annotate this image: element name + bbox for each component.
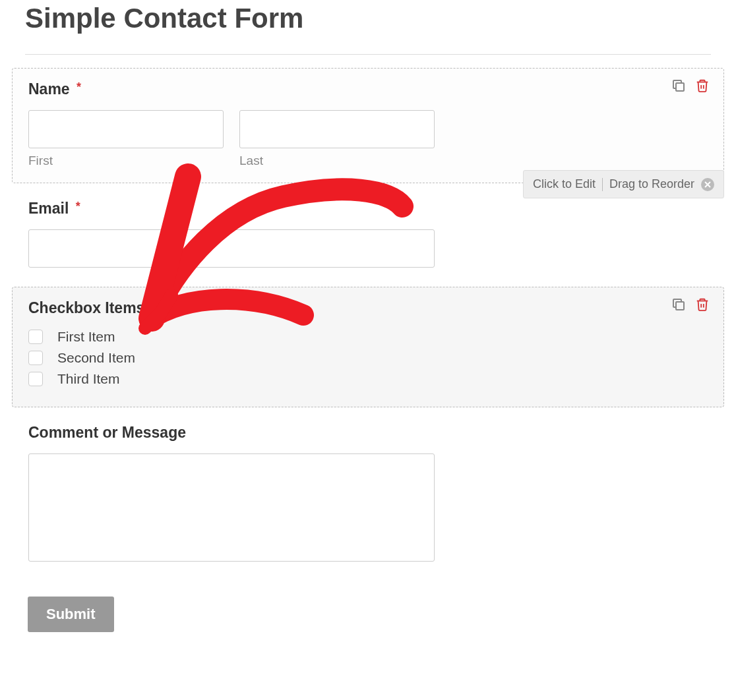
tooltip-edit-text: Click to Edit — [533, 177, 596, 191]
email-input[interactable] — [28, 229, 435, 268]
required-asterisk: * — [77, 80, 81, 94]
tooltip-drag-text: Drag to Reorder — [609, 177, 694, 191]
duplicate-icon[interactable] — [671, 78, 687, 94]
last-name-input[interactable] — [239, 110, 435, 148]
email-label-text: Email — [28, 200, 69, 217]
name-label: Name * — [28, 80, 708, 98]
email-field-block[interactable]: Email * — [12, 187, 724, 283]
header-divider — [25, 54, 711, 55]
email-label: Email * — [28, 200, 708, 218]
checkbox-field-block[interactable]: Checkbox Items First Item Second Item Th… — [12, 287, 724, 407]
comment-textarea[interactable] — [28, 453, 435, 562]
checkbox-item[interactable]: First Item — [28, 329, 708, 345]
checkbox-item-label: Second Item — [57, 350, 135, 366]
trash-icon[interactable] — [694, 78, 710, 94]
tooltip-separator — [602, 178, 603, 191]
checkbox-item[interactable]: Second Item — [28, 350, 708, 366]
checkbox-item[interactable]: Third Item — [28, 371, 708, 387]
close-icon[interactable] — [701, 178, 714, 191]
name-field-block[interactable]: Name * First Last — [12, 68, 724, 183]
checkbox-box-icon[interactable] — [28, 372, 43, 386]
checkbox-box-icon[interactable] — [28, 330, 43, 344]
first-name-input[interactable] — [28, 110, 224, 148]
checkbox-label: Checkbox Items — [28, 299, 708, 317]
comment-field-block[interactable]: Comment or Message — [12, 411, 724, 579]
field-tooltip: Click to Edit Drag to Reorder — [523, 170, 724, 198]
submit-button[interactable]: Submit — [28, 597, 114, 632]
name-label-text: Name — [28, 80, 70, 98]
trash-icon[interactable] — [694, 297, 710, 312]
first-name-sublabel: First — [28, 154, 224, 168]
duplicate-icon[interactable] — [671, 297, 687, 312]
svg-rect-0 — [676, 83, 684, 91]
checkbox-box-icon[interactable] — [28, 351, 43, 365]
svg-rect-5 — [676, 302, 684, 310]
last-name-sublabel: Last — [239, 154, 435, 168]
comment-label: Comment or Message — [28, 424, 708, 442]
required-asterisk: * — [76, 200, 80, 213]
checkbox-item-label: First Item — [57, 329, 115, 345]
form-title: Simple Contact Form — [12, 0, 724, 54]
checkbox-item-label: Third Item — [57, 371, 120, 387]
